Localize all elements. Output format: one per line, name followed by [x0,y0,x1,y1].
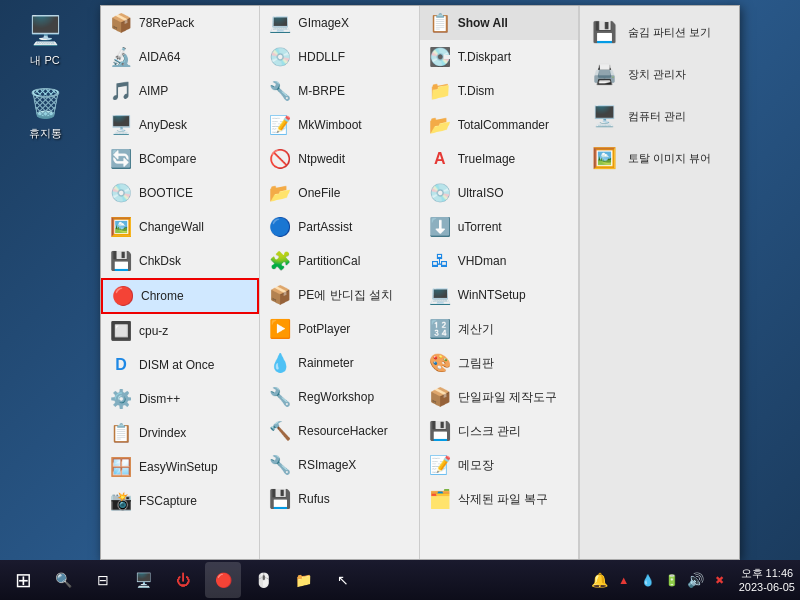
taskbar-btn-cursor[interactable]: ↖ [325,562,361,598]
gimagex-label: GImageX [298,16,349,30]
recycle-bin-label: 휴지통 [29,126,62,141]
col3-scroll[interactable]: 📋 Show All 💽 T.Diskpart 📁 T.Dism 📂 Total… [420,6,578,559]
tray-lock-icon[interactable]: 🔋 [662,570,682,590]
taskbar-btn-folder[interactable]: 📁 [285,562,321,598]
menu-item-trueimage[interactable]: A TrueImage [420,142,578,176]
taskbar-btn-mouse[interactable]: 🖱️ [245,562,281,598]
menu-item-bcompare[interactable]: 🔄 BCompare [101,142,259,176]
menu-item-winntsetup[interactable]: 💻 WinNTSetup [420,278,578,312]
menu-item-cpu-z[interactable]: 🔲 cpu-z [101,314,259,348]
cpu-z-label: cpu-z [139,324,168,338]
menu-column-3: 📋 Show All 💽 T.Diskpart 📁 T.Dism 📂 Total… [420,6,579,559]
tray-arrow-icon[interactable]: ▲ [614,570,634,590]
tray-close-icon[interactable]: ✖ [710,570,730,590]
menu-item-utorrent[interactable]: ⬇️ uTorrent [420,210,578,244]
menu-item-partitioncal[interactable]: 🧩 PartitionCal [260,244,418,278]
tray-drop-icon[interactable]: 💧 [638,570,658,590]
menu-item-single-file-tool[interactable]: 📦 단일파일 제작도구 [420,380,578,414]
menu-item-rufus[interactable]: 💾 Rufus [260,482,418,516]
t-dism-label: T.Dism [458,84,495,98]
menu-item-mkwimboot[interactable]: 📝 MkWimboot [260,108,418,142]
regworkshop-label: RegWorkshop [298,390,374,404]
menu-item-potplayer[interactable]: ▶️ PotPlayer [260,312,418,346]
desktop-icon-recycle-bin[interactable]: 🗑️ 휴지통 [10,83,80,141]
menu-item-regworkshop[interactable]: 🔧 RegWorkshop [260,380,418,414]
clock-date: 2023-06-05 [739,580,795,594]
taskbar-btn-monitor[interactable]: 🖥️ [125,562,161,598]
menu-item-t-diskpart[interactable]: 💽 T.Diskpart [420,40,578,74]
menu-item-rainmeter[interactable]: 💧 Rainmeter [260,346,418,380]
menu-item-drvindex[interactable]: 📋 Drvindex [101,416,259,450]
menu-item-dismpp[interactable]: ⚙️ Dism++ [101,382,259,416]
search-button[interactable]: 🔍 [45,562,81,598]
menu-item-ultraiso[interactable]: 💿 UltraISO [420,176,578,210]
menu-item-changewall[interactable]: 🖼️ ChangeWall [101,210,259,244]
bcompare-label: BCompare [139,152,196,166]
tray-battery-icon[interactable]: 🔔 [590,570,610,590]
system-clock[interactable]: 오후 11:46 2023-06-05 [739,566,795,595]
hddllf-label: HDDLLF [298,50,345,64]
col1-scroll[interactable]: 📦 78RePack 🔬 AIDA64 🎵 AIMP 🖥️ AnyDesk 🔄 [101,6,259,559]
menu-item-dism-at-once[interactable]: D DISM at Once [101,348,259,382]
menu-item-paint[interactable]: 🎨 그림판 [420,346,578,380]
menu-item-t-dism[interactable]: 📁 T.Dism [420,74,578,108]
aida64-icon: 🔬 [109,45,133,69]
menu-item-calculator[interactable]: 🔢 계산기 [420,312,578,346]
fscapture-icon: 📸 [109,489,133,513]
hidden-partition-icon: 💾 [590,17,620,47]
menu-item-gimagex[interactable]: 💻 GImageX [260,6,418,40]
vhdman-label: VHDman [458,254,507,268]
menu-item-78repack[interactable]: 📦 78RePack [101,6,259,40]
menu-item-chkdsk[interactable]: 💾 ChkDsk [101,244,259,278]
menu-item-fscapture[interactable]: 📸 FSCapture [101,484,259,518]
notepad-icon: 📝 [428,453,452,477]
col2-scroll[interactable]: 💻 GImageX 💿 HDDLLF 🔧 M-BRPE 📝 MkWimboot … [260,6,418,559]
rufus-label: Rufus [298,492,329,506]
menu-item-partassist[interactable]: 🔵 PartAssist [260,210,418,244]
desktop-icon-my-pc[interactable]: 🖥️ 내 PC [10,10,80,68]
menu-item-bootice[interactable]: 💿 BOOTICE [101,176,259,210]
rp-item-hidden-partition[interactable]: 💾 숨김 파티션 보기 [580,11,739,53]
partitioncal-label: PartitionCal [298,254,360,268]
menu-item-pe-setup[interactable]: 📦 PE에 반디집 설치 [260,278,418,312]
menu-item-aida64[interactable]: 🔬 AIDA64 [101,40,259,74]
menu-item-vhdman[interactable]: 🖧 VHDman [420,244,578,278]
menu-item-aimp[interactable]: 🎵 AIMP [101,74,259,108]
pe-setup-label: PE에 반디집 설치 [298,287,393,304]
menu-item-disk-mgmt[interactable]: 💾 디스크 관리 [420,414,578,448]
ntpwedit-label: Ntpwedit [298,152,345,166]
rsimagex-label: RSImageX [298,458,356,472]
rp-item-computer-mgmt[interactable]: 🖥️ 컴퓨터 관리 [580,95,739,137]
menu-item-totalcommander[interactable]: 📂 TotalCommander [420,108,578,142]
trueimage-label: TrueImage [458,152,516,166]
taskbar-btn-power[interactable]: ⏻ [165,562,201,598]
menu-item-rsimagex[interactable]: 🔧 RSImageX [260,448,418,482]
menu-item-deleted-file-recovery[interactable]: 🗂️ 삭제된 파일 복구 [420,482,578,516]
total-image-viewer-icon: 🖼️ [590,143,620,173]
clock-time: 오후 11:46 [741,566,794,580]
menu-item-anydesk[interactable]: 🖥️ AnyDesk [101,108,259,142]
menu-item-notepad[interactable]: 📝 메모장 [420,448,578,482]
onefile-icon: 📂 [268,181,292,205]
menu-item-chrome[interactable]: 🔴 Chrome [101,278,259,314]
taskbar-btn-chrome-active[interactable]: 🔴 [205,562,241,598]
menu-item-hddllf[interactable]: 💿 HDDLLF [260,40,418,74]
start-menu: 📦 78RePack 🔬 AIDA64 🎵 AIMP 🖥️ AnyDesk 🔄 [100,5,740,560]
menu-item-onefile[interactable]: 📂 OneFile [260,176,418,210]
78repack-icon: 📦 [109,11,133,35]
menu-item-show-all[interactable]: 📋 Show All [420,6,578,40]
partitioncal-icon: 🧩 [268,249,292,273]
partassist-label: PartAssist [298,220,352,234]
computer-mgmt-label: 컴퓨터 관리 [628,109,686,124]
tray-volume-icon[interactable]: 🔊 [686,570,706,590]
start-button[interactable]: ⊞ [5,562,41,598]
menu-item-ntpwedit[interactable]: 🚫 Ntpwedit [260,142,418,176]
menu-item-m-brpe[interactable]: 🔧 M-BRPE [260,74,418,108]
utorrent-icon: ⬇️ [428,215,452,239]
menu-item-easywinsetup[interactable]: 🪟 EasyWinSetup [101,450,259,484]
changewall-icon: 🖼️ [109,215,133,239]
task-view-button[interactable]: ⊟ [85,562,121,598]
rp-item-device-manager[interactable]: 🖨️ 장치 관리자 [580,53,739,95]
rp-item-total-image-viewer[interactable]: 🖼️ 토탈 이미지 뷰어 [580,137,739,179]
menu-item-resourcehacker[interactable]: 🔨 ResourceHacker [260,414,418,448]
